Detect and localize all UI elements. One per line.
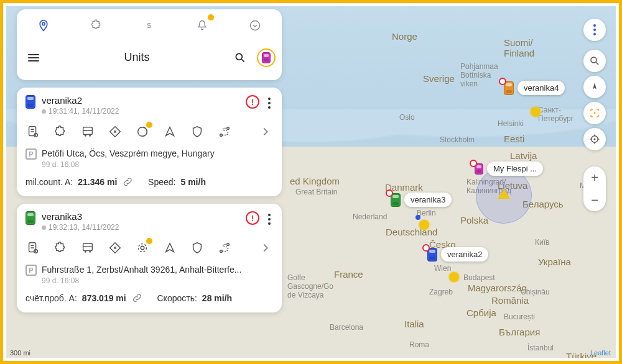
speed-label: Speed: [148,177,175,187]
svg-point-14 [89,135,91,137]
zoom-out-button[interactable]: − [583,189,606,211]
marker-label: veranika3 [404,193,452,207]
map-focus-button[interactable] [583,102,606,124]
header-card: $ Units [17,9,282,80]
svg-point-27 [220,250,223,253]
svg-point-0 [591,57,596,63]
unit-address-sub: 99 d. 16:08 [42,276,241,285]
parking-icon: P [26,265,37,276]
direction-triangle-icon [498,189,510,199]
unit-action-paper-icon[interactable] [26,124,40,139]
title-bar: Units [17,42,282,73]
unit-stats: mil.count. A: 21.346 mi Speed: 5 mi/h [26,176,273,188]
svg-point-13 [85,135,86,137]
car-icon [475,163,483,175]
nav-tab-location[interactable] [17,9,70,42]
vertical-dots-icon [593,24,596,35]
speed-value: 5 mi/h [180,177,205,187]
unit-expand-button[interactable] [258,240,273,255]
map-attribution[interactable]: Leaflet [590,349,611,357]
unit-action-puzzle-icon[interactable] [53,240,68,255]
crosshair-box-icon [589,107,600,119]
nav-tab-more[interactable] [229,9,282,42]
avatar-car-icon [262,52,271,63]
svg-point-17 [220,134,223,137]
marker-label: veranika2 [441,247,488,262]
unit-action-row [26,124,273,139]
unit-name: veranika3 [42,211,239,222]
unit-action-ball-icon[interactable] [135,124,150,139]
avatar-button[interactable] [257,48,276,67]
svg-point-7 [251,21,260,30]
nav-tab-notifications[interactable] [176,9,229,42]
map-label: Suomi/ Finland [504,37,534,58]
link-icon[interactable] [131,293,142,304]
unit-expand-button[interactable] [258,124,273,139]
unit-timestamp: 19:31:41, 14/11/2022 [42,107,239,116]
menu-button[interactable] [23,54,44,61]
star-badge [146,122,152,128]
search-button[interactable] [230,47,251,68]
search-icon [589,55,600,66]
unit-action-bus-icon[interactable] [80,124,95,139]
zoom-in-button[interactable]: + [583,166,606,189]
bell-icon [196,19,208,32]
unit-address-row: PFuhrstraße 1, Zerbst/Anhalt 39261, Anha… [26,264,273,285]
svg-point-25 [141,246,144,250]
map-locate-button[interactable] [583,128,606,150]
unit-address: Fuhrstraße 1, Zerbst/Anhalt 39261, Anhal… [42,264,241,275]
unit-card[interactable]: veranika319:32:13, 14/11/2022!PFuhrstraß… [17,204,282,312]
locate-icon [589,134,600,145]
marker-label: veranika4 [518,81,565,95]
car-icon [427,248,437,262]
svg-text:$: $ [147,21,152,29]
svg-line-9 [242,59,244,61]
unit-action-bus-icon[interactable] [80,240,95,255]
svg-point-8 [236,53,242,60]
nav-tab-puzzle[interactable] [70,9,123,42]
speed-value: 28 mi/h [202,293,232,303]
unit-action-diamond-icon[interactable] [108,124,123,139]
nav-tab-billing[interactable]: $ [123,9,175,42]
unit-action-nav-icon[interactable] [162,124,177,139]
map-marker[interactable]: veranika3 [391,193,452,207]
unit-more-button[interactable] [266,95,273,111]
unit-action-puzzle-icon[interactable] [53,124,68,139]
map-compass-button[interactable] [583,76,606,98]
warning-icon[interactable]: ! [246,211,259,225]
svg-point-4 [594,139,596,140]
search-icon [234,52,246,64]
unit-action-diamond-icon[interactable] [108,240,123,255]
map-search-button[interactable] [583,50,606,72]
map-marker[interactable]: veranika4 [504,81,565,95]
map-dot [531,107,541,117]
unit-action-paper-icon[interactable] [26,240,40,255]
unit-action-shield-icon[interactable] [190,124,205,139]
unit-car-icon [26,211,35,225]
unit-action-route-icon[interactable] [217,240,232,255]
map-menu-button[interactable] [583,19,606,41]
stat-value: 21.346 mi [78,177,117,187]
svg-point-18 [227,127,230,130]
map-label: Sverige [423,73,455,84]
pin-icon [37,19,50,32]
marker-label: My Flespi ... [487,162,543,176]
unit-action-shield-icon[interactable] [190,240,205,255]
unit-action-row [26,240,273,255]
unit-action-gps-icon[interactable] [135,240,150,255]
warning-icon[interactable]: ! [246,95,259,109]
unit-action-nav-icon[interactable] [162,240,177,255]
compass-icon [589,81,600,93]
page-title: Units [50,51,223,64]
unit-more-button[interactable] [266,211,273,227]
unit-card[interactable]: veranika219:31:41, 14/11/2022!PPetőfi Ut… [17,88,282,196]
svg-point-2 [594,112,596,114]
map-dot [419,220,429,230]
link-icon[interactable] [122,176,133,188]
map-label: Norge [392,31,417,42]
map-marker[interactable]: My Flespi ... [475,162,543,176]
svg-point-5 [42,22,45,25]
svg-line-1 [596,62,598,65]
map-marker[interactable]: veranika2 [427,247,488,262]
unit-action-route-icon[interactable] [217,124,232,139]
